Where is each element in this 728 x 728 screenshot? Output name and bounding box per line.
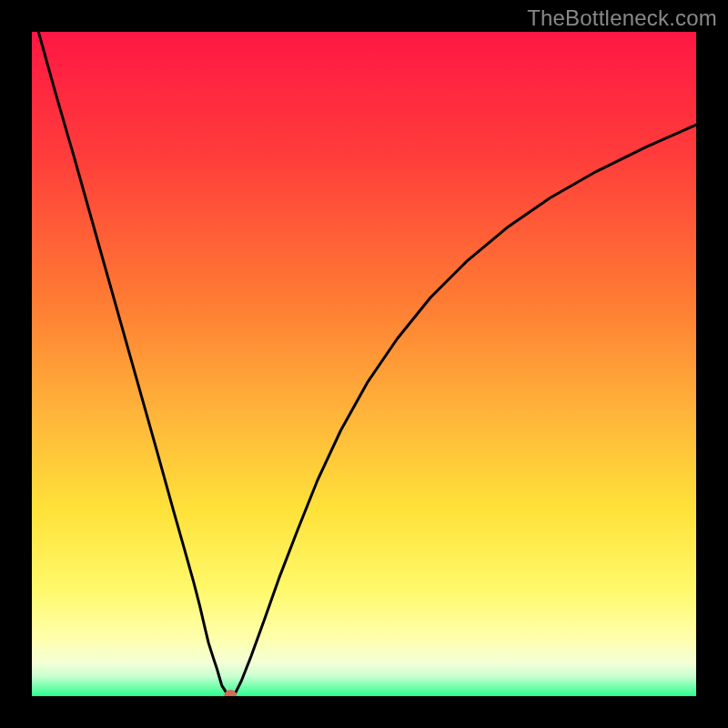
curve-layer xyxy=(32,32,696,696)
watermark-text: TheBottleneck.com xyxy=(527,5,717,31)
chart-frame: TheBottleneck.com xyxy=(0,0,728,728)
bottleneck-curve xyxy=(38,32,696,696)
plot-area xyxy=(32,32,696,696)
